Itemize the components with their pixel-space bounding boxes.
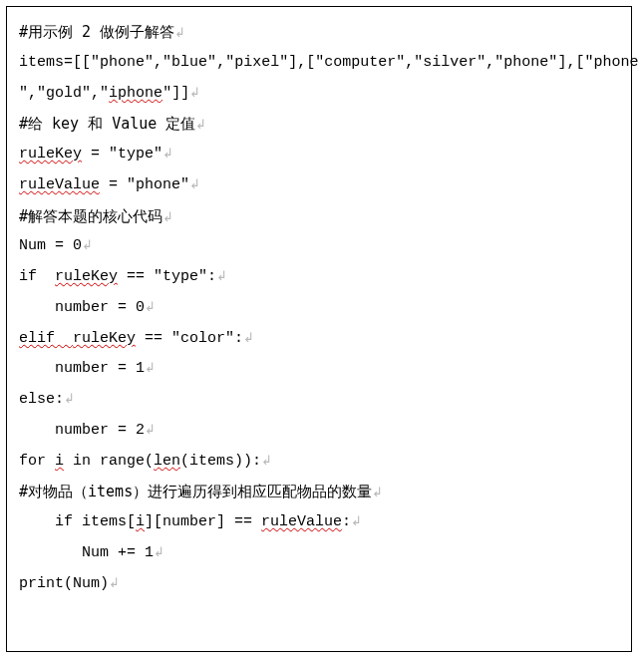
comment: #给 key 和 Value 定值 [19,115,195,133]
line-break-icon: ↲ [82,237,93,252]
text: = [82,146,109,163]
text: number = 2 [19,422,145,439]
text-error: iphone [109,85,162,102]
code-line-1: #用示例 2 做例子解答↲ [19,17,619,48]
comma: , [216,54,225,71]
text: phone [503,54,548,71]
text-error: ruleKey [55,268,118,285]
text: phone [136,176,180,193]
text-error: len [154,453,180,470]
line-break-icon: ↲ [145,360,156,375]
line-break-icon: ↲ [154,544,164,559]
line-break-icon: ↲ [174,25,185,40]
text: silver [423,54,477,71]
code-line-2: items=[["phone","blue","pixel"],["comput… [19,48,619,79]
comment: #用示例 2 做例子解答 [19,23,174,41]
text: color [180,330,225,347]
line-break-icon: ↲ [109,575,120,590]
quote: " [225,330,234,347]
comma: , [91,85,100,102]
quote: " [171,330,180,347]
text: : [207,268,216,285]
line-break-icon: ↲ [372,485,383,499]
code-line-17: if items[i][number] == ruleValue:↲ [19,507,619,538]
quote: " [207,54,216,71]
text: blue [171,54,207,71]
quote: " [37,85,46,102]
quote: " [145,54,154,71]
text: = [100,176,127,193]
code-line-4: #给 key 和 Value 定值↲ [19,109,619,140]
text: else: [19,391,64,408]
text: ],[ [288,54,315,71]
quote: " [198,268,207,285]
text: gold [46,85,82,102]
text-error: ruleKey [73,330,136,347]
line-break-icon: ↲ [162,209,173,224]
code-line-9: if ruleKey == "type":↲ [19,262,619,293]
text: : [342,513,351,530]
comment: #对物品（items）进行遍历得到相应匹配物品的数量 [19,483,372,500]
line-break-icon: ↲ [64,391,75,406]
code-line-6: ruleValue = "phone"↲ [19,170,619,201]
line-break-icon: ↲ [145,422,156,437]
code-line-5: ruleKey = "type"↲ [19,140,619,170]
line-break-icon: ↲ [162,146,173,161]
code-box: #用示例 2 做例子解答↲ items=[["phone","blue","pi… [6,6,632,652]
text: type [118,146,154,163]
line-break-icon: ↲ [189,176,200,191]
line-break-icon: ↲ [261,453,272,468]
code-line-11: elif ruleKey == "color":↲ [19,324,619,355]
quote: " [162,85,171,102]
code-line-19: print(Num)↲ [19,569,619,600]
quote: " [315,54,324,71]
quote: " [279,54,288,71]
code-line-18: Num += 1↲ [19,538,619,569]
text-error: i [55,453,64,470]
line-break-icon: ↲ [145,299,156,314]
quote: " [154,146,162,163]
quote: " [91,54,100,71]
line-break-icon: ↲ [351,513,362,528]
text: Num += 1 [19,544,154,561]
text: ],[ [557,54,584,71]
text: items=[[ [19,54,91,71]
quote: " [494,54,503,71]
text-error: ruleKey [19,146,82,163]
quote: " [477,54,485,71]
quote: " [82,85,91,102]
code-line-16: #对物品（items）进行遍历得到相应匹配物品的数量↲ [19,477,619,507]
quote: " [414,54,423,71]
text: ][number] == [145,513,261,530]
text: : [234,330,243,347]
comma: , [154,54,162,71]
comma: , [28,85,37,102]
text: number = 1 [19,360,145,377]
text: == [136,330,171,347]
code-line-15: for i in range(len(items)):↲ [19,447,619,478]
code-line-14: number = 2↲ [19,416,619,447]
code-line-10: number = 0↲ [19,293,619,324]
text: type [162,268,198,285]
quote: " [225,54,234,71]
quote: " [396,54,405,71]
comment: #解答本题的核心代码 [19,207,162,225]
text: for [19,453,55,470]
comma: , [485,54,494,71]
quote: " [180,176,189,193]
text: if [19,268,55,285]
text: phone [100,54,145,71]
text: phone [593,54,638,71]
quote: " [127,176,136,193]
quote: " [162,54,171,71]
text-error: i [136,513,145,530]
quote: " [109,146,118,163]
code-line-12: number = 1↲ [19,354,619,385]
line-break-icon: ↲ [189,85,200,100]
quote: " [154,268,162,285]
text: print(Num) [19,575,109,592]
text: in range( [64,453,154,470]
code-line-13: else:↲ [19,385,619,416]
quote: " [100,85,109,102]
text-error: elif [19,330,73,347]
